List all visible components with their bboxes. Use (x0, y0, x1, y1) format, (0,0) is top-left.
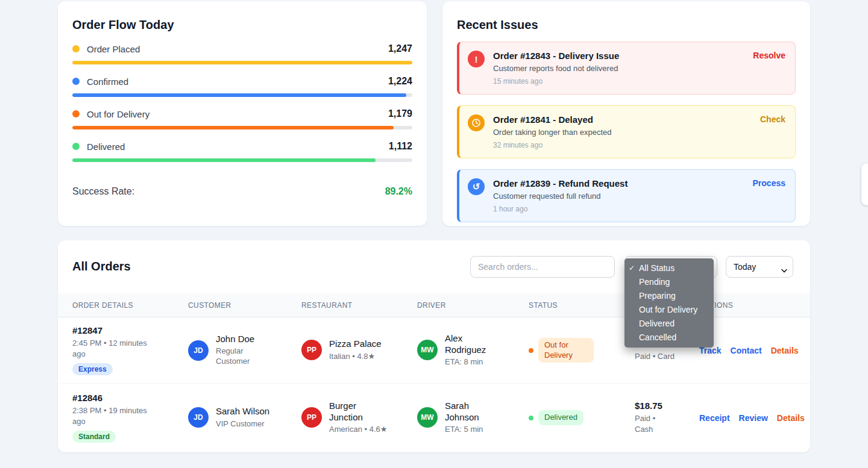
customer-cell: JD John Doe Regular Customer (188, 334, 301, 367)
payment-method: Paid • Cash (635, 413, 662, 434)
customer-type: Regular Customer (216, 346, 271, 367)
contact-button[interactable]: Contact (731, 346, 762, 355)
out-for-delivery-dot-icon (72, 110, 80, 117)
issue-delivery-issue: ! Order #12843 - Delivery Issue Customer… (457, 42, 796, 95)
status-badge: Delivered (538, 410, 583, 425)
order-flow-title: Order Flow Today (72, 18, 412, 32)
success-rate-value: 89.2% (385, 186, 412, 197)
driver-eta: ETA: 8 min (445, 357, 500, 367)
order-time: 2:45 PM • 12 minutes ago (72, 338, 152, 359)
status-badge: Out for Delivery (538, 338, 594, 363)
recent-issues-card: Recent Issues ! Order #12843 - Delivery … (442, 1, 810, 226)
driver-eta: ETA: 5 min (445, 425, 500, 435)
customer-avatar: JD (188, 340, 209, 361)
restaurant-name: Burger Junction (329, 401, 389, 423)
priority-badge: Standard (72, 431, 116, 443)
customer-name: Sarah Wilson (216, 406, 270, 417)
issue-description: Customer reports food not delivered (493, 64, 741, 73)
details-button[interactable]: Details (777, 413, 805, 423)
dropdown-option-delivered[interactable]: Delivered (624, 317, 714, 331)
dropdown-option-out-for-delivery[interactable]: Out for Delivery (624, 303, 714, 317)
dropdown-option-preparing[interactable]: Preparing (624, 289, 714, 303)
flow-item-delivered: Delivered 1,112 (72, 141, 412, 162)
dropdown-option-label: Delivered (639, 319, 675, 328)
flow-label: Delivered (87, 142, 125, 152)
details-button[interactable]: Details (771, 346, 799, 355)
success-rate-row: Success Rate: 89.2% (72, 186, 412, 197)
recent-issues-title: Recent Issues (457, 18, 796, 32)
column-header-customer: CUSTOMER (188, 301, 301, 310)
customer-name: John Doe (216, 334, 270, 345)
dropdown-option-label: Out for Delivery (639, 305, 697, 314)
actions-cell: Receipt Review Details (699, 413, 805, 423)
driver-avatar: MW (417, 340, 438, 360)
total-cell: $18.75 Paid • Cash (635, 401, 699, 434)
success-rate-label: Success Rate: (72, 186, 134, 197)
review-button[interactable]: Review (739, 413, 768, 423)
progress-track (72, 126, 412, 129)
issue-description: Customer requested full refund (493, 192, 741, 201)
actions-cell: Track Contact Details (699, 346, 799, 355)
order-flow-list: Order Placed 1,247 Confirmed 1,224 Out f… (72, 43, 412, 162)
column-header-order-details: ORDER DETAILS (72, 301, 188, 310)
checkmark-icon: ✓ (629, 261, 635, 275)
flow-value: 1,112 (389, 141, 412, 152)
progress-fill (72, 126, 394, 129)
column-header-status: STATUS (529, 301, 635, 310)
resolve-button[interactable]: Resolve (753, 51, 785, 60)
order-id: #12847 (72, 325, 188, 335)
process-button[interactable]: Process (753, 178, 785, 188)
issue-delayed: Order #12841 - Delayed Order taking long… (457, 105, 796, 158)
issue-title: Order #12841 - Delayed (493, 114, 741, 125)
order-total: $18.75 (635, 401, 699, 411)
dropdown-option-all-status[interactable]: ✓ All Status (624, 261, 714, 275)
flow-label: Confirmed (87, 76, 128, 87)
progress-fill (72, 158, 376, 162)
flow-label: Order Placed (87, 44, 140, 54)
alert-icon: ! (468, 51, 485, 67)
column-header-driver: DRIVER (417, 301, 529, 310)
scroll-indicator[interactable] (861, 163, 868, 205)
customer-type: VIP Customer (216, 419, 271, 429)
column-header-actions: ACTIONS (699, 301, 796, 310)
order-id: #12846 (72, 393, 188, 403)
order-time: 2:38 PM • 19 minutes ago (72, 405, 152, 426)
dropdown-option-label: All Status (639, 263, 675, 273)
restaurant-meta: Italian • 4.8★ (329, 352, 389, 362)
status-dot-icon (529, 416, 533, 420)
issue-time: 32 minutes ago (493, 141, 741, 149)
issue-time: 1 hour ago (493, 205, 741, 213)
restaurant-cell: PP Pizza Palace Italian • 4.8★ (301, 339, 417, 362)
progress-track (72, 61, 412, 64)
check-button[interactable]: Check (760, 114, 785, 124)
dropdown-option-cancelled[interactable]: Cancelled (624, 331, 714, 345)
receipt-button[interactable]: Receipt (699, 413, 730, 423)
confirmed-dot-icon (72, 78, 80, 85)
restaurant-name: Pizza Palace (329, 339, 389, 350)
priority-badge: Express (72, 363, 113, 375)
issue-description: Order taking longer than expected (493, 128, 741, 137)
driver-name: Sarah Johnson (445, 401, 500, 423)
refund-icon: ↺ (468, 178, 485, 195)
restaurant-avatar: PP (301, 407, 322, 428)
progress-fill (72, 93, 406, 97)
clock-icon (468, 114, 485, 131)
flow-value: 1,247 (388, 43, 412, 54)
date-filter-select[interactable]: Today (726, 256, 793, 278)
chevron-down-icon (781, 265, 787, 275)
delivered-dot-icon (72, 143, 80, 150)
restaurant-avatar: PP (301, 340, 322, 360)
issue-title: Order #12843 - Delivery Issue (493, 51, 741, 61)
flow-item-confirmed: Confirmed 1,224 (72, 76, 412, 97)
flow-item-order-placed: Order Placed 1,247 (72, 43, 412, 64)
payment-method: Paid • Card (635, 351, 699, 362)
dropdown-option-pending[interactable]: Pending (624, 275, 714, 289)
driver-cell: MW Sarah Johnson ETA: 5 min (417, 401, 529, 435)
dropdown-option-label: Cancelled (639, 332, 676, 342)
restaurant-cell: PP Burger Junction American • 4.6★ (301, 401, 417, 435)
search-input[interactable] (470, 256, 615, 278)
issue-refund-request: ↺ Order #12839 - Refund Request Customer… (457, 169, 796, 222)
issue-list: ! Order #12843 - Delivery Issue Customer… (457, 42, 796, 222)
flow-value: 1,224 (388, 76, 412, 87)
table-row: #12846 2:38 PM • 19 minutes ago Standard… (58, 384, 810, 452)
